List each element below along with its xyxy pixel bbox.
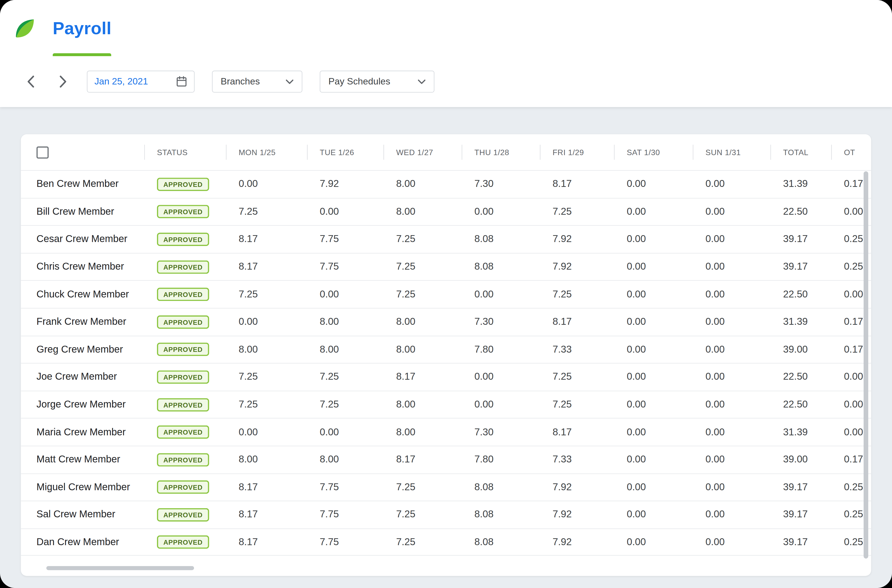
hours-tue: 7.25 xyxy=(307,371,384,383)
hours-thu: 7.80 xyxy=(462,344,540,355)
select-all-cell xyxy=(21,134,144,170)
status-cell: APPROVED xyxy=(144,453,226,466)
status-badge[interactable]: APPROVED xyxy=(157,233,209,246)
status-badge[interactable]: APPROVED xyxy=(157,453,209,466)
pay-schedules-select[interactable]: Pay Schedules xyxy=(320,70,435,93)
col-header-sun: SUN 1/31 xyxy=(693,134,770,170)
hours-sat: 0.00 xyxy=(614,482,693,493)
hours-sat: 0.00 xyxy=(614,261,693,273)
hours-sat: 0.00 xyxy=(614,509,693,520)
hours-wed: 7.25 xyxy=(384,261,462,273)
total-hours: 39.17 xyxy=(770,482,831,493)
table-row[interactable]: Frank Crew Member APPROVED 0.00 8.00 8.0… xyxy=(21,308,871,335)
col-header-sat: SAT 1/30 xyxy=(614,134,693,170)
hours-fri: 8.17 xyxy=(540,178,614,190)
hours-sun: 0.00 xyxy=(693,261,770,273)
app-window: Payroll Jan 25, 2021 xyxy=(0,0,892,588)
hours-sat: 0.00 xyxy=(614,536,693,548)
app-header: Payroll xyxy=(0,0,892,56)
hours-sat: 0.00 xyxy=(614,316,693,328)
hours-wed: 8.00 xyxy=(384,206,462,218)
hours-fri: 8.17 xyxy=(540,316,614,328)
total-hours: 31.39 xyxy=(770,426,831,438)
table-row[interactable]: Ben Crew Member APPROVED 0.00 7.92 8.00 … xyxy=(21,170,871,198)
hours-fri: 7.25 xyxy=(540,399,614,411)
hours-mon: 8.17 xyxy=(226,233,307,245)
hours-thu: 0.00 xyxy=(462,399,540,411)
total-hours: 31.39 xyxy=(770,316,831,328)
hours-wed: 7.25 xyxy=(384,482,462,493)
status-badge[interactable]: APPROVED xyxy=(157,177,209,191)
timesheet-card: STATUS MON 1/25 TUE 1/26 WED 1/27 THU 1/… xyxy=(21,134,871,576)
date-value: Jan 25, 2021 xyxy=(94,76,148,87)
total-hours: 39.00 xyxy=(770,454,831,465)
branches-select[interactable]: Branches xyxy=(212,70,302,93)
hours-sat: 0.00 xyxy=(614,289,693,300)
status-badge[interactable]: APPROVED xyxy=(157,260,209,274)
hours-sun: 0.00 xyxy=(693,289,770,300)
hours-tue: 0.00 xyxy=(307,206,384,218)
date-input[interactable]: Jan 25, 2021 xyxy=(87,70,195,93)
hours-thu: 7.30 xyxy=(462,178,540,190)
content-area: STATUS MON 1/25 TUE 1/26 WED 1/27 THU 1/… xyxy=(0,107,892,588)
status-badge[interactable]: APPROVED xyxy=(157,535,209,549)
table-body: Ben Crew Member APPROVED 0.00 7.92 8.00 … xyxy=(21,170,871,556)
hours-sun: 0.00 xyxy=(693,316,770,328)
employee-name: Chuck Crew Member xyxy=(21,289,144,300)
horizontal-scrollbar[interactable] xyxy=(46,566,194,570)
hours-wed: 8.17 xyxy=(384,371,462,383)
table-row[interactable]: Chris Crew Member APPROVED 8.17 7.75 7.2… xyxy=(21,253,871,280)
prev-week-button[interactable] xyxy=(21,72,41,92)
status-badge[interactable]: APPROVED xyxy=(157,481,209,494)
hours-fri: 7.25 xyxy=(540,206,614,218)
hours-fri: 7.92 xyxy=(540,261,614,273)
employee-name: Chris Crew Member xyxy=(21,261,144,273)
hours-thu: 7.30 xyxy=(462,426,540,438)
table-row[interactable]: Greg Crew Member APPROVED 8.00 8.00 8.00… xyxy=(21,335,871,363)
hours-thu: 8.08 xyxy=(462,261,540,273)
table-row[interactable]: Miguel Crew Member APPROVED 8.17 7.75 7.… xyxy=(21,473,871,501)
total-hours: 31.39 xyxy=(770,178,831,190)
employee-name: Matt Crew Member xyxy=(21,454,144,465)
table-row[interactable]: Dan Crew Member APPROVED 8.17 7.75 7.25 … xyxy=(21,528,871,556)
table-row[interactable]: Joe Crew Member APPROVED 7.25 7.25 8.17 … xyxy=(21,363,871,390)
status-badge[interactable]: APPROVED xyxy=(157,205,209,218)
status-cell: APPROVED xyxy=(144,260,226,274)
status-badge[interactable]: APPROVED xyxy=(157,508,209,522)
select-all-checkbox[interactable] xyxy=(36,146,48,158)
status-badge[interactable]: APPROVED xyxy=(157,370,209,384)
table-row[interactable]: Maria Crew Member APPROVED 0.00 0.00 8.0… xyxy=(21,418,871,446)
status-badge[interactable]: APPROVED xyxy=(157,343,209,356)
table-row[interactable]: Bill Crew Member APPROVED 7.25 0.00 8.00… xyxy=(21,198,871,225)
status-cell: APPROVED xyxy=(144,288,226,301)
total-hours: 39.17 xyxy=(770,509,831,520)
hours-sun: 0.00 xyxy=(693,371,770,383)
hours-wed: 8.00 xyxy=(384,178,462,190)
tab-payroll[interactable]: Payroll xyxy=(53,0,111,56)
table-row[interactable]: Matt Crew Member APPROVED 8.00 8.00 8.17… xyxy=(21,446,871,473)
status-cell: APPROVED xyxy=(144,370,226,384)
status-cell: APPROVED xyxy=(144,233,226,246)
table-row[interactable]: Chuck Crew Member APPROVED 7.25 0.00 7.2… xyxy=(21,280,871,308)
table-row[interactable]: Sal Crew Member APPROVED 8.17 7.75 7.25 … xyxy=(21,501,871,528)
status-badge[interactable]: APPROVED xyxy=(157,315,209,329)
chevron-right-icon xyxy=(59,75,67,88)
status-badge[interactable]: APPROVED xyxy=(157,426,209,439)
next-week-button[interactable] xyxy=(53,72,73,92)
employee-name: Frank Crew Member xyxy=(21,316,144,328)
hours-tue: 7.75 xyxy=(307,233,384,245)
screen: Payroll Jan 25, 2021 xyxy=(0,0,892,588)
top-chrome: Payroll Jan 25, 2021 xyxy=(0,0,892,107)
hours-mon: 8.00 xyxy=(226,344,307,355)
table-row[interactable]: Cesar Crew Member APPROVED 8.17 7.75 7.2… xyxy=(21,225,871,253)
table-row[interactable]: Jorge Crew Member APPROVED 7.25 7.25 8.0… xyxy=(21,390,871,418)
total-hours: 22.50 xyxy=(770,206,831,218)
hours-mon: 8.00 xyxy=(226,454,307,465)
hours-sat: 0.00 xyxy=(614,454,693,465)
status-badge[interactable]: APPROVED xyxy=(157,398,209,411)
status-badge[interactable]: APPROVED xyxy=(157,288,209,301)
status-cell: APPROVED xyxy=(144,343,226,356)
total-hours: 22.50 xyxy=(770,399,831,411)
col-header-mon: MON 1/25 xyxy=(226,134,307,170)
vertical-scrollbar[interactable] xyxy=(863,171,868,559)
